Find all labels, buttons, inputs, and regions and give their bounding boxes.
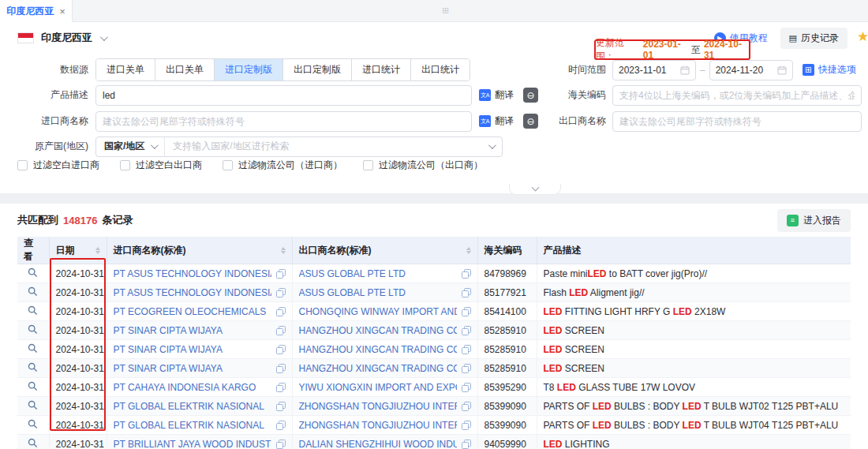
history-button[interactable]: ▤ 历史记录 — [780, 28, 847, 49]
copy-icon[interactable] — [276, 440, 286, 449]
origin-type-select[interactable]: 国家/地区 — [96, 137, 165, 156]
exporter-link[interactable]: ASUS GLOBAL PTE LTD — [299, 268, 457, 279]
view-record-button[interactable] — [17, 359, 49, 378]
datasource-tab-进口统计[interactable]: 进口统计 — [351, 59, 410, 80]
importer-link[interactable]: PT GLOBAL ELEKTRIK NASIONAL — [114, 420, 271, 431]
view-icon[interactable] — [28, 419, 38, 429]
view-record-button[interactable] — [17, 321, 49, 340]
hs-code-input[interactable] — [612, 85, 862, 106]
exporter-link[interactable]: YIWU XIONGXIN IMPORT AND EXPORT... — [299, 382, 457, 393]
view-icon[interactable] — [28, 324, 38, 335]
copy-icon[interactable] — [462, 269, 471, 279]
view-icon[interactable] — [28, 381, 38, 391]
filter-checkbox-3[interactable]: 过滤物流公司（出口商） — [363, 159, 483, 172]
checkbox-icon[interactable] — [363, 160, 373, 170]
checkbox-icon[interactable] — [223, 160, 233, 170]
view-record-button[interactable] — [17, 416, 49, 435]
copy-icon[interactable] — [276, 269, 286, 279]
exact-match-toggle-icon[interactable]: ⊖ — [523, 114, 538, 129]
start-date-input[interactable]: 2023-11-01 — [612, 60, 696, 80]
importer-link[interactable]: PT ECOGREEN OLEOCHEMICALS — [114, 306, 271, 317]
copy-icon[interactable] — [276, 345, 286, 354]
exporter-link[interactable]: HANGZHOU XINGCAN TRADING CO LTD — [299, 325, 457, 336]
filter-checkbox-0[interactable]: 过滤空白进口商 — [17, 159, 99, 172]
sort-icon[interactable] — [281, 247, 286, 254]
column-header-1[interactable]: 日期 — [49, 237, 107, 264]
view-record-button[interactable] — [17, 264, 49, 283]
view-record-button[interactable] — [17, 435, 49, 449]
copy-icon[interactable] — [276, 402, 286, 411]
importer-link[interactable]: PT SINAR CIPTA WIJAYA — [114, 325, 271, 336]
quick-options-button[interactable]: ⊞ 快捷选项 — [803, 63, 856, 77]
exporter-link[interactable]: CHONGQING WINWAY IMPORT AND E... — [299, 306, 457, 317]
chevron-down-icon[interactable] — [488, 141, 496, 149]
close-icon[interactable]: × — [59, 6, 65, 17]
importer-input[interactable] — [95, 111, 472, 132]
copy-icon[interactable] — [462, 383, 471, 392]
datasource-tab-进口关单[interactable]: 进口关单 — [96, 59, 155, 80]
product-desc-input[interactable] — [95, 85, 472, 106]
view-icon[interactable] — [28, 305, 38, 316]
origin-select-control[interactable]: 国家/地区 支持输入国家/地区进行检索 — [95, 137, 503, 157]
filter-checkbox-1[interactable]: 过滤空白出口商 — [120, 159, 202, 172]
view-record-button[interactable] — [17, 340, 49, 359]
view-icon[interactable] — [28, 400, 38, 410]
copy-icon[interactable] — [462, 307, 471, 316]
collapse-panel-handle[interactable] — [509, 184, 561, 195]
view-icon[interactable] — [28, 343, 38, 354]
importer-link[interactable]: PT GLOBAL ELEKTRIK NASIONAL — [114, 401, 271, 412]
importer-link[interactable]: PT BRILLIANT JAYA WOOD INDUSTRY — [114, 439, 271, 449]
exporter-input[interactable] — [612, 111, 862, 132]
checkbox-icon[interactable] — [17, 160, 28, 170]
copy-icon[interactable] — [462, 345, 471, 354]
favorite-star-icon[interactable]: ★ — [857, 28, 868, 45]
tab-overflow-icon[interactable]: ⊞ — [442, 6, 449, 16]
datasource-tab-出口统计[interactable]: 出口统计 — [410, 59, 470, 80]
exporter-link[interactable]: HANGZHOU XINGCAN TRADING CO LTD — [299, 363, 457, 374]
translate-button[interactable]: 文A 翻译 — [479, 114, 514, 128]
view-record-button[interactable] — [17, 397, 49, 416]
importer-link[interactable]: PT ASUS TECHNOLOGY INDONESIA BA... — [114, 287, 271, 298]
exporter-link[interactable]: ASUS GLOBAL PTE LTD — [299, 287, 457, 298]
exporter-link[interactable]: DALIAN SHENGZHIHUI WOOD INDUST... — [299, 439, 457, 449]
view-record-button[interactable] — [17, 378, 49, 397]
copy-icon[interactable] — [276, 288, 286, 297]
importer-link[interactable]: PT SINAR CIPTA WIJAYA — [114, 344, 271, 355]
copy-icon[interactable] — [462, 402, 471, 411]
copy-icon[interactable] — [462, 440, 471, 449]
sort-icon[interactable] — [466, 247, 471, 254]
enter-report-button[interactable]: ≡ 进入报告 — [777, 209, 851, 232]
view-icon[interactable] — [28, 362, 38, 372]
exporter-link[interactable]: ZHONGSHAN TONGJIUZHOU INTERNA... — [299, 420, 457, 431]
importer-link[interactable]: PT ASUS TECHNOLOGY INDONESIA BA... — [114, 268, 271, 279]
sort-icon[interactable] — [95, 247, 100, 254]
copy-icon[interactable] — [462, 421, 471, 430]
checkbox-icon[interactable] — [120, 160, 130, 170]
view-record-button[interactable] — [17, 302, 49, 321]
importer-link[interactable]: PT SINAR CIPTA WIJAYA — [114, 363, 271, 374]
datasource-tab-进口定制版[interactable]: 进口定制版 — [214, 59, 282, 80]
end-date-input[interactable]: 2024-11-20 — [709, 60, 793, 80]
copy-icon[interactable] — [276, 307, 286, 316]
copy-icon[interactable] — [276, 383, 286, 392]
copy-icon[interactable] — [276, 326, 286, 335]
datasource-tab-出口定制版[interactable]: 出口定制版 — [282, 59, 351, 80]
tab-indonesia[interactable]: 印度尼西亚 × — [0, 0, 73, 22]
copy-icon[interactable] — [462, 288, 471, 297]
view-icon[interactable] — [28, 438, 38, 448]
copy-icon[interactable] — [276, 421, 286, 430]
exporter-link[interactable]: HANGZHOU XINGCAN TRADING CO LTD — [299, 344, 457, 355]
copy-icon[interactable] — [462, 326, 471, 335]
exact-match-toggle-icon[interactable]: ⊖ — [523, 88, 538, 103]
column-header-2[interactable]: 进口商名称(标准) — [107, 237, 292, 264]
copy-icon[interactable] — [276, 364, 286, 373]
exporter-link[interactable]: ZHONGSHAN TONGJIUZHOU INTERNA... — [299, 401, 457, 412]
copy-icon[interactable] — [462, 364, 471, 373]
importer-link[interactable]: PT CAHAYA INDONESIA KARGO — [114, 382, 271, 393]
translate-button[interactable]: 文A 翻译 — [479, 88, 514, 102]
filter-checkbox-2[interactable]: 过滤物流公司（进口商） — [223, 159, 342, 172]
chevron-down-icon[interactable] — [100, 33, 108, 41]
view-icon[interactable] — [28, 268, 38, 278]
column-header-3[interactable]: 出口商名称(标准) — [292, 237, 477, 264]
view-icon[interactable] — [28, 286, 38, 297]
